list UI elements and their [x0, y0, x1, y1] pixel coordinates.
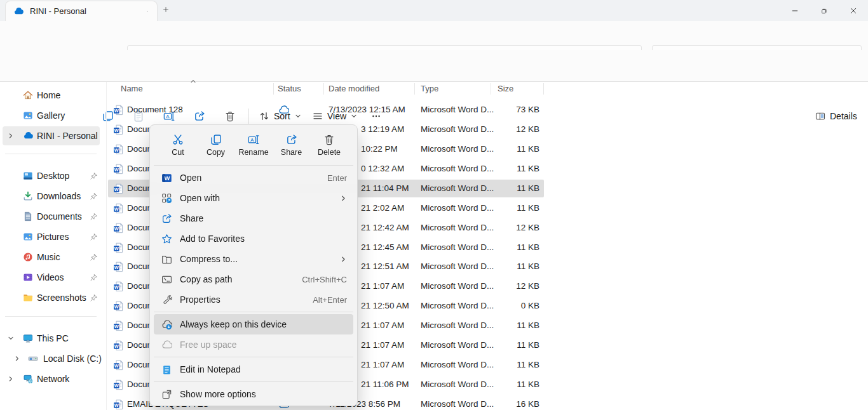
context-menu-separator [154, 165, 353, 166]
sidebar-item-videos[interactable]: Videos [3, 268, 100, 287]
context-menu-item-properties[interactable]: PropertiesAlt+Enter [154, 289, 353, 310]
svg-text:W: W [114, 265, 119, 270]
sidebar-divider [5, 154, 97, 154]
word-document-icon: W [113, 124, 124, 135]
menu-item-shortcut: Enter [327, 173, 347, 183]
context-menu-separator [154, 312, 353, 312]
context-quick-delete[interactable]: Delete [313, 129, 346, 162]
file-row-document-128-0[interactable]: WDocument 1287/13/2023 12:15 AMMicrosoft… [102, 101, 547, 120]
submenu-chevron-icon [340, 256, 347, 263]
sidebar-item-documents[interactable]: Documents [3, 207, 100, 226]
file-size: 11 KB [458, 360, 539, 369]
file-date-modified: 21 1:07 AM [361, 321, 404, 330]
word-document-icon: W [113, 261, 124, 272]
disk-icon [28, 354, 38, 364]
menu-item-label: Compress to... [180, 254, 238, 264]
sidebar-item-pictures[interactable]: Pictures [3, 227, 100, 246]
context-menu-item-edit-in-notepad[interactable]: Edit in Notepad [154, 359, 353, 380]
context-menu-item-compress-to[interactable]: Compress to... [154, 249, 353, 269]
context-quick-cut[interactable]: Cut [161, 129, 194, 162]
sidebar-item-label: Desktop [37, 171, 69, 181]
file-size: 16 KB [458, 399, 539, 409]
word-document-icon: W [113, 380, 124, 390]
sidebar-item-label: Network [37, 374, 69, 384]
menu-item-label: Properties [180, 294, 220, 305]
sidebar-item-label: Music [37, 252, 60, 262]
word-document-icon: W [113, 105, 124, 116]
svg-text:W: W [114, 206, 119, 212]
sidebar-item-this-pc[interactable]: This PC [3, 329, 100, 348]
documents-icon [23, 211, 33, 222]
share-icon [286, 134, 297, 145]
file-date-modified: 21 11:04 PM [361, 183, 409, 193]
sidebar-item-screenshots[interactable]: Screenshots [3, 288, 100, 307]
cloud-download-icon [161, 319, 172, 330]
svg-text:W: W [114, 108, 119, 114]
sidebar-item-local-disk-c[interactable]: Local Disk (C:) [3, 349, 100, 368]
pin-icon [90, 274, 98, 282]
sidebar-item-desktop[interactable]: Desktop [3, 166, 100, 185]
context-menu-item-copy-as-path[interactable]: Copy as pathCtrl+Shift+C [154, 269, 353, 289]
word-document-icon: W [113, 399, 124, 410]
context-menu-item-add-to-favorites[interactable]: Add to Favorites [154, 228, 353, 249]
quick-action-label: Rename [238, 148, 268, 157]
sidebar-item-downloads[interactable]: Downloads [3, 187, 100, 206]
expander-down-icon [8, 335, 14, 341]
context-quick-share[interactable]: Share [275, 129, 308, 162]
svg-text:W: W [114, 128, 119, 133]
rename-icon: A [248, 134, 259, 145]
file-date-modified: 7/13/2023 12:15 AM [329, 105, 405, 114]
folder-icon [23, 293, 33, 303]
sidebar-item-label: RINI - Personal [37, 131, 98, 141]
gallery-icon [23, 110, 33, 121]
onedrive-icon [13, 6, 24, 17]
file-size: 0 KB [458, 301, 539, 310]
sidebar-item-gallery[interactable]: Gallery [3, 106, 100, 125]
sidebar-item-label: Gallery [37, 110, 65, 121]
file-size: 11 KB [458, 144, 539, 154]
context-menu-item-always-keep-on-this-device[interactable]: Always keep on this device [154, 314, 353, 334]
desktop-icon [23, 171, 33, 181]
cloud-outline-icon [161, 340, 172, 350]
sidebar-item-music[interactable]: Music [3, 248, 100, 267]
cut-icon [172, 134, 184, 145]
file-size: 73 KB [458, 105, 539, 114]
music-icon [23, 252, 33, 262]
menu-item-label: Free up space [180, 340, 237, 350]
quick-action-label: Share [281, 148, 302, 157]
menu-item-label: Open with [180, 193, 220, 203]
word-document-icon: W [113, 242, 124, 253]
word-document-icon: W [113, 340, 124, 351]
context-menu-item-show-more-options[interactable]: Show more options [154, 384, 353, 404]
pin-icon [90, 253, 98, 261]
file-date-modified: 21 2:02 AM [361, 203, 404, 213]
word-badge-icon: W [161, 173, 172, 183]
sidebar-item-network[interactable]: Network [3, 369, 100, 388]
context-menu-quick-actions: CutCopyARenameShareDelete [153, 128, 355, 163]
file-date-modified: 0 12:32 AM [361, 164, 404, 173]
home-icon [23, 90, 33, 100]
file-size: 11 KB [458, 203, 539, 213]
context-menu-item-open[interactable]: WOpenEnter [154, 168, 353, 188]
context-quick-copy[interactable]: Copy [200, 129, 233, 162]
file-date-modified: 21 12:42 AM [361, 223, 409, 232]
star-icon [161, 234, 172, 244]
pin-icon [90, 172, 98, 180]
context-menu-item-open-with[interactable]: Open with [154, 188, 353, 208]
context-menu-item-share[interactable]: Share [154, 208, 353, 228]
show-more-icon [161, 389, 172, 400]
sidebar-item-label: Documents [37, 211, 82, 222]
expander-right-icon [8, 133, 14, 139]
context-quick-rename[interactable]: ARename [237, 129, 270, 162]
file-size: 11 KB [458, 164, 539, 173]
sidebar-item-label: Local Disk (C:) [43, 354, 102, 364]
this-pc-icon [23, 333, 33, 343]
svg-text:W: W [114, 147, 119, 153]
word-document-icon: W [113, 164, 124, 175]
sidebar-item-home[interactable]: Home [3, 86, 100, 105]
menu-item-label: Show more options [180, 389, 256, 399]
svg-text:W: W [114, 383, 119, 388]
network-icon [23, 374, 33, 384]
sidebar-item-rini-personal[interactable]: RINI - Personal [3, 126, 100, 145]
word-document-icon: W [113, 281, 124, 292]
